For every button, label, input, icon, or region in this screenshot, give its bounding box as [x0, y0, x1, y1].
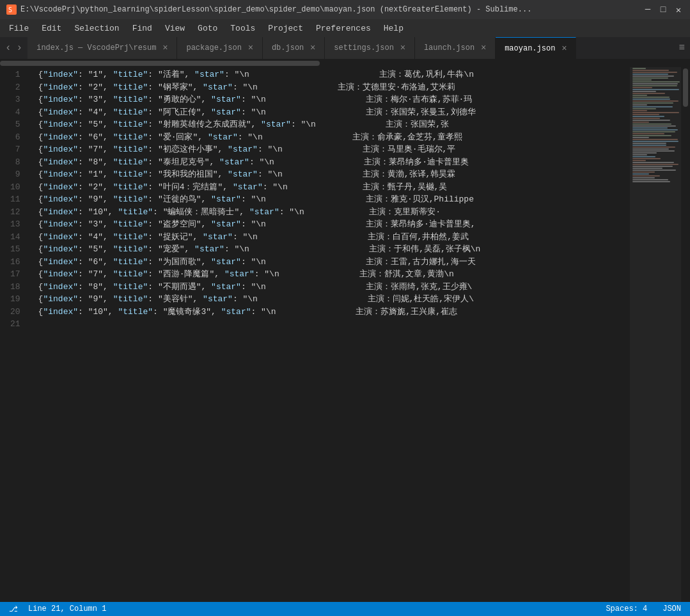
window-controls[interactable]: ─ □ ✕: [643, 4, 684, 15]
tab-db-label: db.json: [272, 43, 304, 52]
line-num-8: 8: [10, 156, 20, 169]
line-numbers: 123456789101112131415161718192021: [0, 67, 28, 602]
code-line-1: {"index": "1", "title": "活着", "star": "\…: [28, 68, 630, 81]
code-line-3: {"index": "3", "title": "勇敢的心", "star": …: [28, 93, 630, 106]
tab-launch[interactable]: launch.json×: [415, 37, 496, 59]
h-scroll-thumb[interactable]: [0, 61, 320, 66]
code-line-4: {"index": "4", "title": "阿飞正传", "star": …: [28, 106, 630, 119]
code-line-8: {"index": "8", "title": "泰坦尼克号", "star":…: [28, 156, 630, 169]
close-button[interactable]: ✕: [673, 4, 684, 15]
maximize-button[interactable]: □: [658, 4, 668, 15]
line-num-21: 21: [10, 318, 20, 331]
code-line-7: {"index": "7", "title": "初恋这件小事", "star"…: [28, 143, 630, 156]
scroll-thumb[interactable]: [683, 68, 688, 107]
line-num-15: 15: [10, 243, 20, 256]
menu-bar: FileEditSelectionFindViewGotoToolsProjec…: [0, 19, 690, 37]
code-line-20: {"index": "10", "title": "魔镜奇缘3", "star"…: [28, 306, 630, 319]
menu-item-project[interactable]: Project: [262, 21, 310, 36]
code-line-16: {"index": "6", "title": "为国而歌", "star": …: [28, 256, 630, 269]
menu-item-tools[interactable]: Tools: [224, 21, 262, 36]
line-num-5: 5: [10, 118, 20, 131]
editor-main: 123456789101112131415161718192021 {"inde…: [0, 67, 690, 602]
line-column[interactable]: Line 21, Column 1: [26, 604, 109, 613]
menu-item-file[interactable]: File: [3, 21, 35, 36]
minimap-highlight: [630, 67, 681, 602]
code-line-21: [28, 318, 630, 331]
line-num-1: 1: [10, 68, 20, 81]
menu-item-find[interactable]: Find: [126, 21, 159, 36]
git-icon: ⎇: [9, 605, 18, 614]
tab-package-label: package.json: [186, 43, 241, 52]
line-num-17: 17: [10, 268, 20, 281]
code-line-15: {"index": "5", "title": "宠爱", "star": "\…: [28, 243, 630, 256]
menu-item-goto[interactable]: Goto: [191, 21, 224, 36]
line-num-3: 3: [10, 93, 20, 106]
tab-maoyan-close[interactable]: ×: [559, 43, 569, 54]
line-num-14: 14: [10, 231, 20, 244]
language[interactable]: JSON: [660, 604, 684, 613]
tab-package[interactable]: package.json×: [177, 37, 262, 59]
line-num-4: 4: [10, 106, 20, 119]
tab-settings[interactable]: settings.json×: [325, 37, 415, 59]
title-bar: S E:\VscodePrj\python_learning\spiderLes…: [0, 0, 690, 19]
tab-index-close[interactable]: ×: [160, 43, 170, 53]
line-num-20: 20: [10, 306, 20, 319]
tab-maoyan-label: maoyan.json: [505, 44, 555, 53]
menu-item-edit[interactable]: Edit: [35, 21, 68, 36]
menu-item-view[interactable]: View: [159, 21, 191, 36]
git-branch[interactable]: ⎇: [6, 604, 20, 614]
line-num-16: 16: [10, 256, 20, 269]
code-line-19: {"index": "9", "title": "美容针", "star": "…: [28, 293, 630, 306]
code-line-2: {"index": "2", "title": "钢琴家", "star": "…: [28, 81, 630, 94]
line-num-11: 11: [10, 193, 20, 206]
line-num-19: 19: [10, 293, 20, 306]
tab-next-button[interactable]: ›: [14, 41, 26, 55]
tab-more-button[interactable]: ≡: [673, 37, 690, 59]
minimize-button[interactable]: ─: [643, 4, 653, 15]
tab-settings-close[interactable]: ×: [398, 43, 408, 53]
svg-text:S: S: [8, 6, 12, 13]
line-num-2: 2: [10, 81, 20, 94]
tab-package-close[interactable]: ×: [246, 43, 256, 53]
line-num-13: 13: [10, 218, 20, 231]
code-line-5: {"index": "5", "title": "射雕英雄传之东成西就", "s…: [28, 118, 630, 131]
vertical-scrollbar[interactable]: [681, 67, 690, 602]
code-line-10: {"index": "2", "title": "叶问4：完结篇", "star…: [28, 181, 630, 194]
app-icon: S: [6, 4, 17, 15]
code-line-6: {"index": "6", "title": "爱·回家", "star": …: [28, 131, 630, 144]
title-text: E:\VscodePrj\python_learning\spiderLesso…: [20, 5, 638, 14]
tab-prev-button[interactable]: ‹: [3, 41, 14, 55]
tab-launch-close[interactable]: ×: [478, 43, 489, 53]
code-line-9: {"index": "1", "title": "我和我的祖国", "star"…: [28, 168, 630, 181]
tab-index[interactable]: index.js — VscodePrj\resum×: [27, 37, 177, 59]
status-bar: ⎇ Line 21, Column 1 Spaces: 4 JSON: [0, 602, 690, 616]
code-line-14: {"index": "4", "title": "捉妖记", "star": "…: [28, 231, 630, 244]
line-num-7: 7: [10, 143, 20, 156]
line-num-10: 10: [10, 181, 20, 194]
tab-maoyan[interactable]: maoyan.json×: [496, 37, 576, 59]
horizontal-scrollbar[interactable]: [0, 59, 690, 67]
code-line-11: {"index": "9", "title": "迁徙的鸟", "star": …: [28, 193, 630, 206]
code-content[interactable]: {"index": "1", "title": "活着", "star": "\…: [28, 67, 630, 602]
menu-item-help[interactable]: Help: [377, 21, 410, 36]
tab-db[interactable]: db.json×: [263, 37, 325, 59]
code-line-12: {"index": "10", "title": "蝙蝠侠：黑暗骑士", "st…: [28, 206, 630, 219]
line-num-18: 18: [10, 281, 20, 294]
code-line-18: {"index": "8", "title": "不期而遇", "star": …: [28, 281, 630, 294]
line-num-12: 12: [10, 206, 20, 219]
code-line-13: {"index": "3", "title": "盗梦空间", "star": …: [28, 218, 630, 231]
tab-launch-label: launch.json: [424, 43, 474, 52]
tab-nav: ‹ ›: [0, 37, 27, 59]
line-num-6: 6: [10, 131, 20, 144]
tab-db-close[interactable]: ×: [308, 43, 318, 53]
tab-index-label: index.js — VscodePrj\resum: [36, 43, 156, 52]
spaces[interactable]: Spaces: 4: [603, 604, 650, 613]
code-line-17: {"index": "7", "title": "西游·降魔篇", "star"…: [28, 268, 630, 281]
line-num-9: 9: [10, 168, 20, 181]
tab-settings-label: settings.json: [334, 43, 394, 52]
menu-item-selection[interactable]: Selection: [68, 21, 125, 36]
minimap[interactable]: [630, 67, 681, 602]
menu-item-preferences[interactable]: Preferences: [310, 21, 377, 36]
status-right: Spaces: 4 JSON: [603, 604, 684, 613]
status-left: ⎇ Line 21, Column 1: [6, 604, 109, 614]
